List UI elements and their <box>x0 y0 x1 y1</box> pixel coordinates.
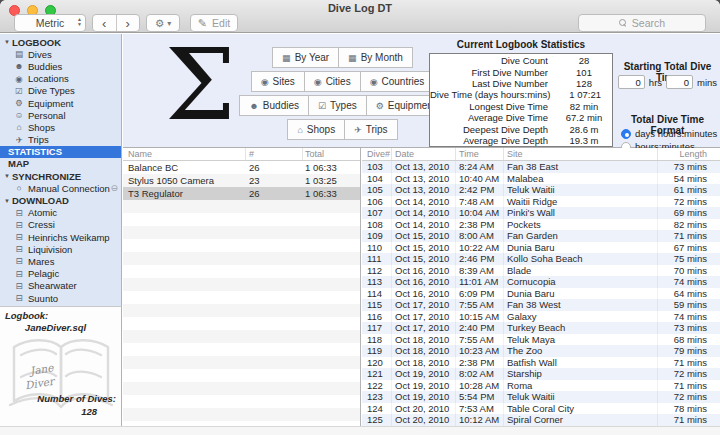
sidebar-item-pelagic[interactable]: ⊟Pelagic <box>0 268 121 280</box>
sites-button[interactable]: ◉Sites <box>251 71 305 92</box>
sidebar-section-download[interactable]: ▼ DOWNLOAD <box>0 194 121 206</box>
table-row[interactable]: 106Oct 14, 20107:48 AMWaitii Ridge72 min… <box>362 196 720 208</box>
table-row[interactable]: 116Oct 17, 201010:15 AMGalaxy74 mins <box>362 311 720 323</box>
table-row[interactable]: 104Oct 13, 201010:40 AMMalabea54 mins <box>362 173 720 185</box>
minutes-field[interactable] <box>666 75 693 89</box>
statistics-top-panel: Σ ▦By Year▦By Month◉Sites◉Cities◉Countri… <box>123 34 720 148</box>
sidebar-item-liquivision[interactable]: ⊟Liquivision <box>0 243 121 255</box>
table-row[interactable]: T3 Regulator261 06:33 <box>123 187 360 200</box>
radio-option[interactable]: days hours:minutes <box>621 127 717 140</box>
table-row[interactable]: 105Oct 13, 20102:42 PMTeluk Waitii61 min… <box>362 184 720 196</box>
column-header-name[interactable]: Name <box>123 148 246 160</box>
chevron-updown-icon: ▲▼ <box>77 17 82 27</box>
table-row[interactable]: 118Oct 18, 20107:55 AMTeluk Maya68 mins <box>362 334 720 346</box>
sidebar-item-heinrichs-weikamp[interactable]: ⊟Heinrichs Weikamp <box>0 231 121 243</box>
table-row[interactable]: Balance BC261 06:33 <box>123 161 360 174</box>
time-cell: 2:46 PM <box>456 253 504 265</box>
sidebar-item-atomic[interactable]: ⊟Atomic <box>0 207 121 219</box>
buddies-button[interactable]: ☻Buddies <box>239 95 309 116</box>
location-pin-icon: ◉ <box>314 77 322 87</box>
sidebar-section-synchronize[interactable]: ▼ SYNCHRONIZE <box>0 170 121 182</box>
table-row[interactable]: Stylus 1050 Camera231 03:25 <box>123 174 360 187</box>
back-button[interactable]: ‹ <box>93 15 117 31</box>
sidebar-item-mares[interactable]: ⊟Mares <box>0 255 121 267</box>
radio-selected-icon[interactable] <box>621 129 631 139</box>
forward-button[interactable]: › <box>117 15 140 31</box>
length-cell: 74 mins <box>658 311 720 323</box>
length-cell: 71 mins <box>658 357 720 369</box>
sidebar-item-shearwater[interactable]: ⊟Shearwater <box>0 280 121 292</box>
table-row[interactable]: 110Oct 15, 201010:22 AMDunia Baru67 mins <box>362 242 720 254</box>
sidebar-item-label: Heinrichs Weikamp <box>28 232 110 243</box>
table-row[interactable]: 117Oct 17, 20102:40 PMTurkey Beach73 min… <box>362 322 720 334</box>
sidebar-item-trips[interactable]: ✈Trips <box>0 134 121 146</box>
sidebar-item-cressi[interactable]: ⊟Cressi <box>0 219 121 231</box>
time-cell: 11:01 AM <box>456 276 504 288</box>
table-row[interactable]: 120Oct 18, 20102:38 PMBatfish Wall71 min… <box>362 357 720 369</box>
table-row[interactable]: 112Oct 16, 20108:39 AMBlade70 mins <box>362 265 720 277</box>
column-header-time[interactable]: Time <box>456 148 504 160</box>
sidebar-item-shops[interactable]: ⌂Shops <box>0 121 121 133</box>
table-row[interactable]: 103Oct 13, 20108:24 AMFan 38 East73 mins <box>362 161 720 173</box>
table-row[interactable]: 108Oct 14, 20102:38 PMPockets82 mins <box>362 219 720 231</box>
buddies-icon: ☻ <box>249 101 258 111</box>
horizontal-scrollbar[interactable] <box>0 426 720 435</box>
column-header--[interactable]: # <box>246 148 303 160</box>
sidebar-section-logbook[interactable]: ▼ LOGBOOK <box>0 36 121 48</box>
trips-button[interactable]: ✈Trips <box>344 119 397 140</box>
sigma-symbol: Σ <box>165 26 236 144</box>
column-header-date[interactable]: Date <box>392 148 456 160</box>
by-year-button[interactable]: ▦By Year <box>272 47 339 68</box>
table-row[interactable]: 125Oct 20, 201010:12 AMSpiral Corner71 m… <box>362 414 720 426</box>
sidebar-item-map[interactable]: MAP <box>0 158 121 170</box>
sidebar-item-buddies[interactable]: ☻Buddies <box>0 60 121 72</box>
table-row[interactable]: 111Oct 15, 20102:46 PMKollo Soha Beach75… <box>362 253 720 265</box>
stat-label: Last Dive Number <box>430 78 556 89</box>
cities-button[interactable]: ◉Cities <box>304 71 361 92</box>
by-month-button[interactable]: ▦By Month <box>338 47 413 68</box>
sidebar-item-equipment[interactable]: ⚙Equipment <box>0 97 121 109</box>
empty-row <box>123 343 360 356</box>
calendar-icon: ▦ <box>348 53 357 63</box>
table-row[interactable]: 113Oct 16, 201011:01 AMCornucopia74 mins <box>362 276 720 288</box>
table-row[interactable]: 123Oct 19, 20105:54 PMTeluk Waitii72 min… <box>362 391 720 403</box>
sidebar-item-dive-types[interactable]: ☑Dive Types <box>0 85 121 97</box>
table-row[interactable]: 122Oct 19, 201010:28 AMRoma71 mins <box>362 380 720 392</box>
table-row[interactable]: 124Oct 20, 20107:53 AMTable Coral City78… <box>362 403 720 415</box>
table-row[interactable]: 115Oct 17, 20107:55 AMFan 38 West59 mins <box>362 299 720 311</box>
sidebar-item-locations[interactable]: ◉Locations <box>0 73 121 85</box>
number-of-dives-value: 128 <box>81 406 97 417</box>
button-row: ▦By Year▦By Month <box>273 47 413 68</box>
date-cell: Oct 14, 2010 <box>392 207 456 219</box>
search-input[interactable]: Search <box>578 14 706 32</box>
column-header-site[interactable]: Site <box>504 148 658 160</box>
date-cell: Oct 18, 2010 <box>392 357 456 369</box>
hours-field[interactable] <box>618 75 645 89</box>
table-row[interactable]: 121Oct 19, 20108:02 AMStarship72 mins <box>362 368 720 380</box>
sidebar-item-suunto[interactable]: ⊟Suunto <box>0 292 121 304</box>
sidebar-item-personal[interactable]: ☺Personal <box>0 109 121 121</box>
table-row[interactable]: 107Oct 14, 201010:04 AMPinki's Wall69 mi… <box>362 207 720 219</box>
table-row[interactable]: 114Oct 16, 20106:09 PMDunia Baru64 mins <box>362 288 720 300</box>
eject-button[interactable]: ⊖ <box>110 183 118 193</box>
button-label: Trips <box>366 124 388 135</box>
logbook-label: Logbook: <box>5 310 48 321</box>
site-cell: Turkey Beach <box>504 322 658 334</box>
table-row[interactable]: 109Oct 15, 20108:00 AMFan Garden71 mins <box>362 230 720 242</box>
countries-button[interactable]: ◉Countries <box>360 71 435 92</box>
sidebar-item-manual-connection[interactable]: ○ Manual Connection ⊖ <box>0 182 121 194</box>
shops-button[interactable]: ⌂Shops <box>287 119 345 140</box>
empty-row <box>123 356 360 369</box>
site-cell: Teluk Maya <box>504 334 658 346</box>
column-header-length[interactable]: Length <box>658 148 720 160</box>
sidebar-item-statistics[interactable]: STATISTICS <box>0 146 121 158</box>
column-header-dive-[interactable]: Dive# <box>362 148 392 160</box>
metric-dropdown[interactable]: Metric ▲▼ <box>14 14 86 32</box>
site-cell: Dunia Baru <box>504 288 658 300</box>
table-row[interactable]: 119Oct 18, 201010:23 AMThe Zoo79 mins <box>362 345 720 357</box>
types-button[interactable]: ☑Types <box>308 95 367 116</box>
column-header-total[interactable]: Total <box>303 148 360 160</box>
sidebar-item-dives[interactable]: ▤Dives <box>0 48 121 60</box>
date-cell: Oct 14, 2010 <box>392 219 456 231</box>
equipment-table: Name#Total Balance BC261 06:33Stylus 105… <box>123 148 361 426</box>
